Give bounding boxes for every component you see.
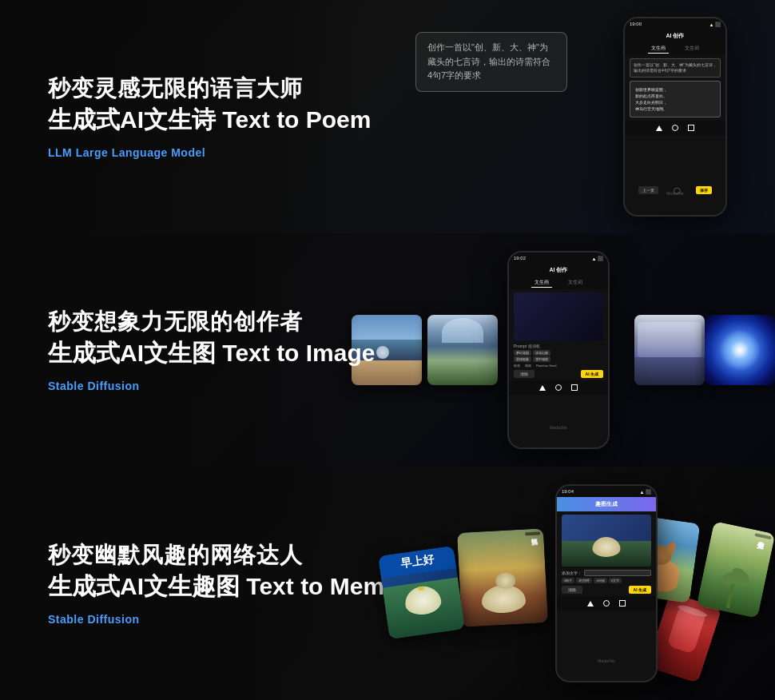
- image-canvas: [514, 292, 603, 340]
- image-tag-1[interactable]: 梦幻花园: [514, 350, 531, 356]
- image-opt-2[interactable]: 精致: [525, 364, 531, 368]
- landscape-img-right-2: [705, 315, 775, 385]
- image-nav-back[interactable]: [539, 385, 546, 391]
- image-tab-2[interactable]: 文生词: [565, 278, 586, 288]
- image-opt-3[interactable]: Random Seed: [536, 364, 557, 368]
- poem-prompt-area: 创作一首以"创、新、大、神"为藏头的七言诗，输出的诗需符合4句7字的要求: [415, 32, 567, 92]
- poem-prompt-display: 创作一首以"创、新、大、神"为藏头的七言诗，输出的诗需符合4句7字的要求: [630, 58, 721, 78]
- poem-title: 生成式AI文生诗 Text to Poem: [48, 103, 371, 137]
- landscape-img-left-2: [427, 315, 498, 385]
- poem-prev-btn[interactable]: 上一页: [638, 186, 658, 194]
- nav-recent-icon[interactable]: [688, 125, 694, 131]
- image-phone-header: AI 创作: [509, 264, 608, 276]
- poem-line-4: 神马行空天地翔。: [635, 105, 715, 112]
- meme-phone-header: 趣图生成: [557, 497, 656, 511]
- section-image: 秒变想象力无限的创作者 生成式AI文生图 Text to Image Stabl…: [0, 233, 775, 467]
- poem-tag: LLM Large Language Model: [48, 146, 371, 159]
- image-tags-row2: 星球能量 雪中城堡: [514, 356, 603, 362]
- meme-card-plant: 努力生长: [697, 521, 775, 618]
- poem-tab-1[interactable]: 文生画: [648, 44, 669, 54]
- scene-ball: [376, 346, 389, 359]
- image-signal: ▲ ⬛: [591, 256, 603, 261]
- meme-phone: 19:04 ▲ ⬛ 趣图生成 添加文字： #狗子 #打招呼 #问候 #文字: [555, 484, 658, 682]
- scene-cosmic-core: [719, 329, 761, 372]
- meme-action-row: 清除 AI 生成: [562, 586, 651, 594]
- image-tag-4[interactable]: 雪中城堡: [533, 356, 550, 362]
- meme-nav-home[interactable]: [603, 600, 610, 607]
- meme-tag: Stable Diffusion: [48, 613, 398, 626]
- meme-card-morning: 早上好: [378, 546, 465, 639]
- section-poem: 秒变灵感无限的语言大师 生成式AI文生诗 Text to Poem LLM La…: [0, 0, 775, 233]
- image-phone: 19:02 ▲ ⬛ AI 创作 文生画 文生词 Prompt 提词机 梦幻花园 …: [507, 251, 610, 449]
- poem-time: 19:00: [630, 22, 642, 26]
- image-tabs: 文生画 文生词: [509, 276, 608, 289]
- poem-status-bar: 19:00 ▲ ⬛: [625, 18, 725, 30]
- section-meme: 秒变幽默风趣的网络达人 生成式AI文生趣图 Text to Meme Stabl…: [0, 467, 775, 700]
- poem-phone-header: AI 创作: [625, 30, 725, 42]
- poem-tabs: 文生画 文生词: [625, 42, 725, 55]
- corgi-ear-r: [665, 541, 677, 555]
- meme-phone-frame: 19:04 ▲ ⬛ 趣图生成 添加文字： #狗子 #打招呼 #问候 #文字: [555, 484, 658, 682]
- poem-line-2: 新的起点昂首向。: [635, 93, 715, 99]
- meme-style-tags: #狗子 #打招呼 #问候 #文字: [562, 578, 651, 583]
- poem-result: 创新世界映蓝图， 新的起点昂首向。 大步走向光明日， 神马行空天地翔。: [630, 81, 721, 117]
- poem-tab-2[interactable]: 文生词: [682, 44, 702, 54]
- poem-line-1: 创新世界映蓝图，: [635, 86, 715, 93]
- meme-canvas-duck: [593, 537, 621, 557]
- meme-card-duck: 摸鱼鸭: [457, 528, 548, 626]
- meme-clear-btn[interactable]: 清除: [562, 586, 582, 594]
- meme-style-tag-1[interactable]: #狗子: [562, 578, 574, 583]
- nav-back-icon[interactable]: [656, 125, 662, 131]
- meme-gen-btn[interactable]: AI 生成: [629, 586, 651, 594]
- image-options: 标准 精致 Random Seed: [514, 364, 603, 368]
- image-tab-1[interactable]: 文生画: [531, 278, 552, 288]
- scene-fog: [638, 322, 701, 357]
- poem-save-btn[interactable]: 保存: [696, 186, 712, 194]
- image-title: 生成式AI文生图 Text to Image: [48, 336, 375, 370]
- image-nav-bar: [509, 380, 608, 395]
- image-text-block: 秒变想象力无限的创作者 生成式AI文生图 Text to Image Stabl…: [48, 308, 375, 392]
- image-gen-btn[interactable]: AI 生成: [581, 370, 603, 378]
- poem-prompt-bubble: 创作一首以"创、新、大、神"为藏头的七言诗，输出的诗需符合4句7字的要求: [415, 32, 567, 92]
- image-nav-home[interactable]: [555, 384, 562, 391]
- poem-nav-bar: [625, 121, 725, 135]
- meme-text-block: 秒变幽默风趣的网络达人 生成式AI文生趣图 Text to Meme Stabl…: [48, 541, 398, 626]
- image-tags-row1: 梦幻花园 冰冻山脉: [514, 350, 603, 356]
- meme-time: 19:04: [562, 489, 574, 494]
- meme-nav-recent[interactable]: [619, 600, 626, 607]
- meme-signal: ▲ ⬛: [639, 489, 651, 495]
- nav-home-icon[interactable]: [672, 125, 678, 131]
- poem-signal: ▲ ⬛: [709, 22, 721, 27]
- meme-style-tag-2[interactable]: #打招呼: [576, 578, 592, 583]
- meme-title: 生成式AI文生趣图 Text to Meme: [48, 570, 398, 603]
- image-nav-recent[interactable]: [571, 384, 578, 391]
- meme-nav-bar: [557, 596, 656, 611]
- landscape-img-right-1: [634, 315, 705, 385]
- scene-mountain-snow: [442, 318, 484, 343]
- poem-brand: MediaTek: [666, 191, 683, 196]
- image-tag-2[interactable]: 冰冻山脉: [533, 350, 550, 356]
- image-clear-btn[interactable]: 清除: [514, 370, 535, 378]
- poem-phone-frame: 19:00 ▲ ⬛ AI 创作 文生画 文生词 创作一首以"创、新、大、神"为藏…: [623, 17, 727, 217]
- meme-style-tag-4[interactable]: #文字: [609, 578, 622, 583]
- plant-text: 努力生长: [754, 533, 771, 539]
- meme-input-label: 添加文字：: [562, 571, 582, 575]
- image-opt-1[interactable]: 标准: [514, 364, 520, 368]
- image-tag-3[interactable]: 星球能量: [514, 356, 531, 362]
- meme-text-input[interactable]: [584, 570, 651, 576]
- image-phone-frame: 19:02 ▲ ⬛ AI 创作 文生画 文生词 Prompt 提词机 梦幻花园 …: [507, 251, 610, 449]
- meme-canvas: [562, 515, 651, 567]
- meme-morning-img: [383, 578, 465, 640]
- meme-status-bar: 19:04 ▲ ⬛: [557, 486, 656, 497]
- meme-duck-label: 摸鱼鸭: [525, 531, 540, 535]
- meme-brand: MediaTek: [598, 658, 614, 663]
- image-prompt-label: Prompt 提词机: [514, 344, 603, 348]
- meme-subtitle: 秒变幽默风趣的网络达人: [48, 541, 398, 570]
- meme-style-tag-3[interactable]: #问候: [594, 578, 606, 583]
- meme-nav-back[interactable]: [587, 601, 594, 607]
- image-subtitle: 秒变想象力无限的创作者: [48, 308, 375, 336]
- poem-line-3: 大步走向光明日，: [635, 99, 715, 105]
- scene-mountain-base: [634, 357, 705, 385]
- poem-text-block: 秒变灵感无限的语言大师 生成式AI文生诗 Text to Poem LLM La…: [48, 74, 371, 159]
- poem-phone: 19:00 ▲ ⬛ AI 创作 文生画 文生词 创作一首以"创、新、大、神"为藏…: [623, 17, 727, 217]
